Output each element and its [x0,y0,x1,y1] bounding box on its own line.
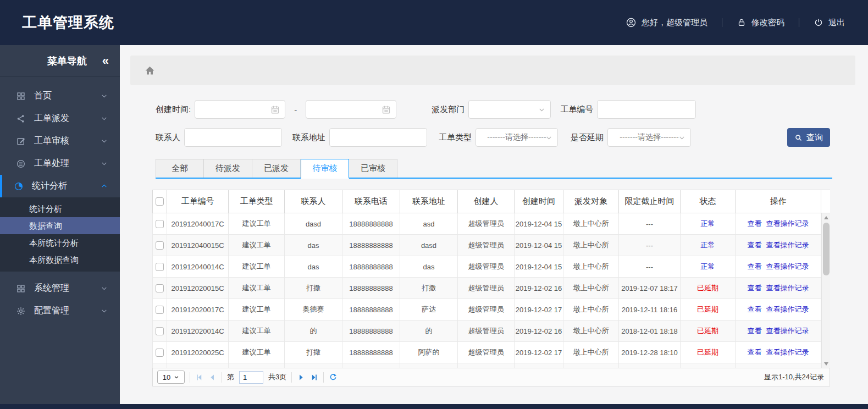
tab-dispatched[interactable]: 已派发 [252,159,301,178]
sidebar-item-process[interactable]: 工单处理 [0,152,120,175]
logout-button[interactable]: 退出 [814,18,845,28]
calendar-icon[interactable] [381,104,391,115]
view-link[interactable]: 查看 [748,219,762,228]
sidebar-item-home[interactable]: 首页 [0,85,120,107]
sidebar-collapse-icon[interactable]: « [102,55,108,67]
first-page-button[interactable] [195,373,203,382]
change-password-button[interactable]: 修改密码 [737,18,784,28]
user-greeting[interactable]: 您好，超级管理员 [626,17,707,28]
sidebar-item-review[interactable]: 工单审核 [0,130,120,152]
cell-contact: das [285,235,342,256]
cell-created: 2019-12-02 16 [515,320,563,342]
sidebar-item-label: 配置管理 [34,305,92,317]
view-log-link[interactable]: 查看操作记录 [766,327,809,335]
sidebar-item-label: 工单审核 [34,135,92,147]
row-checkbox[interactable] [156,327,164,335]
page-size-select[interactable]: 10 [157,371,185,384]
sidebar-item-label: 工单处理 [34,158,92,169]
row-checkbox[interactable] [156,241,164,250]
order-no-input[interactable] [598,101,695,118]
address-field [329,128,427,147]
sidebar-item-dispatch[interactable]: 工单派发 [0,107,120,130]
prev-page-button[interactable] [208,373,217,382]
next-page-button[interactable] [297,373,305,382]
page-number-input[interactable] [239,371,263,384]
cell-address: dasd [400,235,458,256]
start-date-field [195,100,285,119]
cell-order-no: 201912040017C [167,213,229,235]
row-checkbox[interactable] [156,284,164,292]
cell-deadline: 2019-12-28 18:10 [619,342,681,363]
row-checkbox[interactable] [156,263,164,271]
cell-address: 阿萨的 [400,342,458,363]
work-order-table: 工单编号 工单类型 联系人 联系电话 联系地址 创建人 创建时间 派发对象 限定… [152,190,830,368]
cell-creator: 超级管理员 [458,256,515,278]
view-log-link[interactable]: 查看操作记录 [766,219,809,228]
submenu-item-local-data-query[interactable]: 本所数据查询 [0,251,120,268]
status-badge: 正常 [681,235,736,256]
chevron-down-icon [678,134,685,141]
scroll-down-button[interactable] [822,360,830,368]
col-address: 联系地址 [400,190,458,213]
table-scrollbar[interactable] [821,213,830,368]
row-checkbox[interactable] [156,306,164,314]
cell-created: 2019-12-04 15 [515,235,563,256]
view-link[interactable]: 查看 [748,348,762,356]
submenu-item-data-query[interactable]: 数据查询 [0,217,120,234]
view-link[interactable]: 查看 [748,262,762,270]
tab-pending-review[interactable]: 待审核 [301,159,349,179]
view-link[interactable]: 查看 [748,241,762,249]
table-row: 201912040014C 建议工单 das 18888888888 das 超… [153,256,831,278]
tab-all[interactable]: 全部 [156,159,204,178]
submenu-item-statistics[interactable]: 统计分析 [0,200,120,217]
refresh-button[interactable] [329,373,338,382]
header-divider [722,18,722,27]
search-button-label: 查询 [806,132,823,143]
search-button[interactable]: 查询 [787,128,830,147]
view-log-link[interactable]: 查看操作记录 [766,348,809,356]
submenu-item-local-statistics[interactable]: 本所统计分析 [0,234,120,251]
table-row: 201912020014C 建议工单 的 18888888888 的 超级管理员… [153,320,831,342]
dispatch-dept-label: 派发部门 [432,104,465,115]
order-type-select[interactable]: -------请选择------- [476,128,558,147]
chevron-down-icon [101,92,108,100]
change-password-label: 修改密码 [751,18,784,28]
view-link[interactable]: 查看 [748,284,762,292]
row-checkbox[interactable] [156,349,164,357]
cell-created: 2019-12-04 15 [515,213,563,235]
contact-input[interactable] [185,129,281,146]
app-header: 工单管理系统 您好，超级管理员 修改密码 [0,0,868,45]
sidebar-item-system[interactable]: 系统管理 [0,277,120,300]
row-checkbox[interactable] [156,220,164,228]
cell-order-type: 建议工单 [229,213,285,235]
view-log-link[interactable]: 查看操作记录 [766,262,809,270]
sidebar-item-statistics[interactable]: 统计分析 [0,175,120,197]
sidebar-item-label: 首页 [34,90,92,102]
last-page-button[interactable] [310,373,318,382]
view-log-link[interactable]: 查看操作记录 [766,305,809,313]
cell-contact: das [285,256,342,278]
breadcrumb [130,56,855,85]
header-divider [799,18,799,27]
home-icon[interactable] [144,65,156,76]
dispatch-dept-select[interactable] [468,100,551,119]
cell-creator: 超级管理员 [458,299,515,320]
select-all-checkbox[interactable] [156,197,164,206]
cell-creator: 超级管理员 [458,320,515,342]
scrollbar-thumb[interactable] [823,223,830,275]
cell-deadline: --- [619,213,681,235]
view-link[interactable]: 查看 [748,305,762,313]
delay-select[interactable]: -------请选择------- [607,128,691,147]
status-badge: 正常 [681,213,736,235]
col-phone: 联系电话 [342,190,400,213]
view-log-link[interactable]: 查看操作记录 [766,284,809,292]
view-log-link[interactable]: 查看操作记录 [766,241,809,249]
view-link[interactable]: 查看 [748,327,762,335]
sidebar-item-config[interactable]: 配置管理 [0,300,120,322]
scroll-up-button[interactable] [822,213,830,222]
col-creator: 创建人 [458,190,515,213]
tab-pending-dispatch[interactable]: 待派发 [204,159,252,178]
tab-reviewed[interactable]: 已审核 [349,159,397,178]
calendar-icon[interactable] [270,104,280,115]
address-input[interactable] [330,129,427,146]
